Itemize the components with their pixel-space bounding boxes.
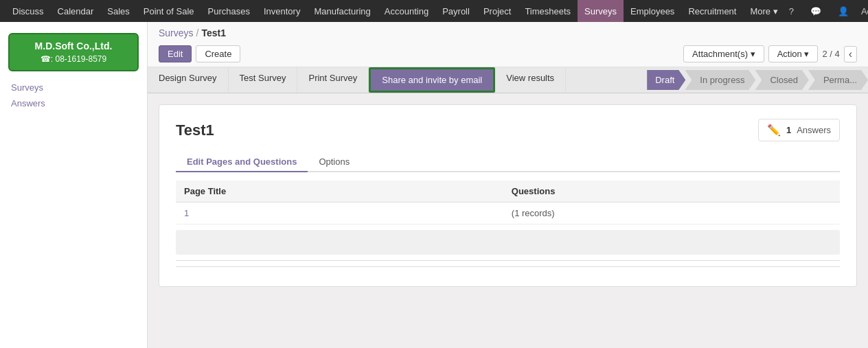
form-title: Test1 bbox=[176, 121, 214, 139]
status-in-progress[interactable]: In progress bbox=[685, 70, 755, 90]
chat-icon[interactable]: 💬 bbox=[806, 6, 825, 16]
answers-count: 1 bbox=[786, 125, 791, 135]
content-area: Surveys / Test1 Edit Create Attachment(s… bbox=[148, 22, 868, 348]
admin-label: Adminis... bbox=[861, 6, 868, 16]
add-row-area[interactable] bbox=[176, 230, 840, 255]
breadcrumb-separator: / bbox=[196, 27, 199, 38]
create-button[interactable]: Create bbox=[196, 45, 240, 62]
nav-item-payroll[interactable]: Payroll bbox=[435, 0, 477, 22]
answers-label: Answers bbox=[797, 125, 831, 135]
form-content: Test1 ✏️ 1 Answers Edit Pages and Questi… bbox=[148, 93, 868, 298]
col-page-title: Page Title bbox=[176, 181, 503, 202]
pagination-info: 2 / 4 ‹ bbox=[822, 46, 857, 62]
cell-questions: (1 records) bbox=[503, 202, 840, 224]
breadcrumb: Surveys / Test1 bbox=[148, 22, 868, 41]
main-wrapper: M.D.Soft Co.,Ltd. ☎: 08-1619-8579 Survey… bbox=[0, 22, 868, 348]
nav-item-purchases[interactable]: Purchases bbox=[201, 0, 257, 22]
nav-item-calendar[interactable]: Calendar bbox=[51, 0, 101, 22]
inner-tabs: Edit Pages and Questions Options bbox=[176, 152, 840, 172]
nav-item-pos[interactable]: Point of Sale bbox=[137, 0, 201, 22]
status-draft[interactable]: Draft bbox=[647, 70, 685, 90]
nav-item-recruitment[interactable]: Recruitment bbox=[681, 0, 743, 22]
nav-item-project[interactable]: Project bbox=[477, 0, 518, 22]
sidebar-item-answers[interactable]: Answers bbox=[0, 95, 147, 111]
nav-item-sales[interactable]: Sales bbox=[100, 0, 137, 22]
company-logo: M.D.Soft Co.,Ltd. ☎: 08-1619-8579 bbox=[8, 33, 139, 71]
action-button[interactable]: Action ▾ bbox=[768, 45, 819, 62]
company-phone: ☎: 08-1619-8579 bbox=[16, 54, 130, 65]
form-card: Test1 ✏️ 1 Answers Edit Pages and Questi… bbox=[159, 104, 857, 287]
pages-table: Page Title Questions 1 (1 records) bbox=[176, 181, 840, 224]
nav-item-surveys[interactable]: Surveys bbox=[578, 0, 624, 22]
breadcrumb-parent[interactable]: Surveys bbox=[159, 27, 194, 38]
table-row: 1 (1 records) bbox=[176, 202, 840, 224]
tab-view-results[interactable]: View results bbox=[495, 67, 566, 93]
nav-item-employees[interactable]: Employees bbox=[624, 0, 681, 22]
top-navigation: Discuss Calendar Sales Point of Sale Pur… bbox=[0, 0, 868, 22]
edit-icon: ✏️ bbox=[767, 124, 781, 137]
answers-button[interactable]: ✏️ 1 Answers bbox=[758, 119, 840, 141]
attachments-button[interactable]: Attachment(s) ▾ bbox=[683, 45, 764, 62]
breadcrumb-current: Test1 bbox=[201, 27, 226, 38]
inner-tab-options[interactable]: Options bbox=[308, 152, 361, 172]
nav-right-area: ? 💬 👤 Adminis... bbox=[785, 6, 868, 16]
nav-item-inventory[interactable]: Inventory bbox=[257, 0, 307, 22]
help-icon[interactable]: ? bbox=[785, 6, 798, 16]
nav-item-manufacturing[interactable]: Manufacturing bbox=[307, 0, 377, 22]
nav-item-timesheets[interactable]: Timesheets bbox=[518, 0, 578, 22]
nav-item-accounting[interactable]: Accounting bbox=[378, 0, 435, 22]
sidebar-item-surveys[interactable]: Surveys bbox=[0, 80, 147, 95]
status-permanent[interactable]: Perma... bbox=[808, 70, 868, 90]
pagination-text: 2 / 4 bbox=[822, 49, 839, 59]
tab-print-survey[interactable]: Print Survey bbox=[297, 67, 369, 93]
nav-item-more[interactable]: More ▾ bbox=[743, 0, 784, 22]
user-icon[interactable]: 👤 bbox=[834, 6, 853, 16]
cell-page-title[interactable]: 1 bbox=[176, 202, 503, 224]
tab-test-survey[interactable]: Test Survey bbox=[229, 67, 298, 93]
status-closed[interactable]: Closed bbox=[755, 70, 808, 90]
status-pipeline: Draft In progress Closed Perma... bbox=[647, 67, 868, 93]
separator-1 bbox=[176, 260, 840, 261]
action-toolbar: Edit Create Attachment(s) ▾ Action ▾ 2 /… bbox=[148, 41, 868, 67]
sidebar: M.D.Soft Co.,Ltd. ☎: 08-1619-8579 Survey… bbox=[0, 22, 148, 348]
tab-design-survey[interactable]: Design Survey bbox=[148, 67, 229, 93]
pagination-prev[interactable]: ‹ bbox=[844, 46, 857, 62]
separator-2 bbox=[176, 266, 840, 267]
nav-item-discuss[interactable]: Discuss bbox=[5, 0, 51, 22]
edit-button[interactable]: Edit bbox=[159, 45, 192, 62]
tab-share-invite[interactable]: Share and invite by email bbox=[369, 67, 495, 93]
survey-tabs-bar: Design Survey Test Survey Print Survey S… bbox=[148, 67, 641, 93]
company-name: M.D.Soft Co.,Ltd. bbox=[16, 40, 130, 54]
col-questions: Questions bbox=[503, 181, 840, 202]
form-title-row: Test1 ✏️ 1 Answers bbox=[176, 119, 840, 141]
inner-tab-edit-pages[interactable]: Edit Pages and Questions bbox=[176, 152, 308, 172]
